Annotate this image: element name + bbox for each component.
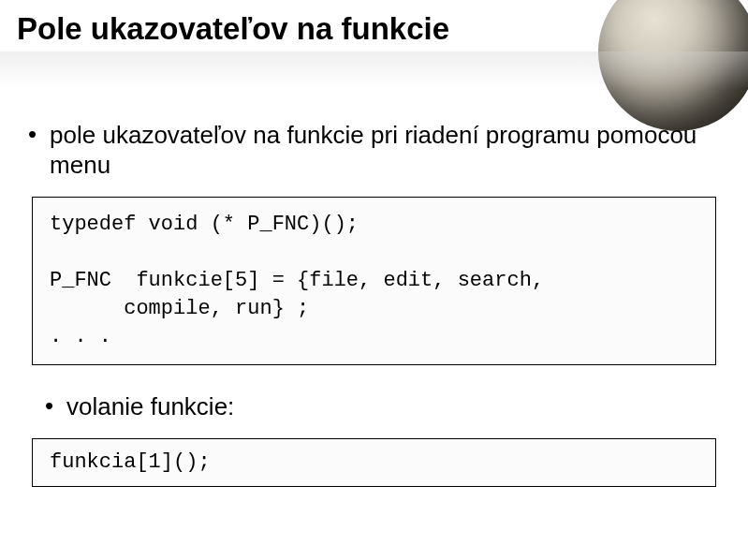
bullet-text: volanie funkcie:	[66, 391, 234, 421]
slide-content: • pole ukazovateľov na funkcie pri riade…	[0, 54, 748, 487]
code-block-2: funkcia[1]();	[32, 438, 716, 487]
bullet-dot-icon: •	[45, 391, 53, 420]
code-line: funkcia[1]();	[50, 449, 698, 477]
code-line: . . .	[50, 323, 698, 351]
code-line: typedef void (* P_FNC)();	[50, 211, 698, 239]
bullet-dot-icon: •	[28, 120, 37, 148]
slide-title: Pole ukazovateľov na funkcie	[0, 0, 748, 54]
bullet-text: pole ukazovateľov na funkcie pri riadení…	[50, 120, 722, 180]
code-line: P_FNC funkcie[5] = {file, edit, search,	[50, 267, 698, 295]
code-blank-line	[50, 239, 698, 267]
bullet-item-2: • volanie funkcie:	[26, 391, 722, 421]
bullet-item-1: • pole ukazovateľov na funkcie pri riade…	[26, 120, 722, 180]
code-block-1: typedef void (* P_FNC)(); P_FNC funkcie[…	[32, 197, 716, 365]
code-line: compile, run} ;	[50, 295, 698, 323]
